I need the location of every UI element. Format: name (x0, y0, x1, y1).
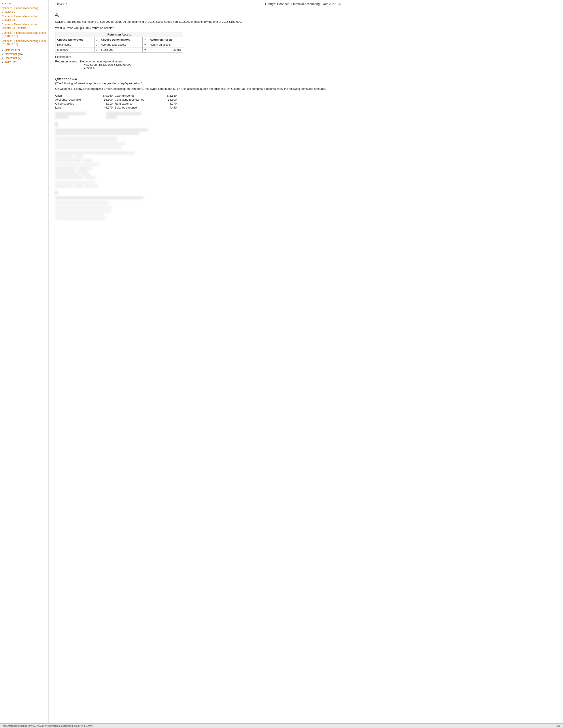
col2-header: Choose Denominator: (99, 37, 142, 42)
fin-label2-2: Rent expense (115, 102, 159, 105)
sidebar-month-december[interactable]: ► December (7) (2, 56, 46, 60)
exp-text-3: = 22.8% (84, 66, 94, 70)
explanation-label: Explanation: (55, 55, 556, 58)
sidebar-link-ch11[interactable]: Connect - Financial Accounting Chapter 1… (2, 7, 46, 13)
fin-value-2: 3,710 (97, 102, 113, 105)
question-4-number: 4. (55, 12, 556, 18)
questions-58-desc: On October 1, Ebony Ernst organized Erns… (55, 87, 556, 91)
october-link[interactable]: October (5, 49, 14, 52)
div-mid: / (94, 42, 99, 47)
fin-label2-1: Consulting fees earned (115, 98, 159, 101)
col3-sub: Return on assets (148, 42, 183, 47)
col3-value: 22.8% (148, 47, 183, 52)
questions-58-subtext: [The following information applies to th… (55, 82, 556, 85)
fin-value2-2: 4,070 (161, 102, 177, 105)
november-link[interactable]: November (5, 53, 17, 56)
sidebar: 11/6/2017 Connect - Financial Accounting… (0, 0, 49, 728)
fin-label2-3: Salaries expense (115, 106, 159, 109)
fin-value2-3: 7,450 (161, 106, 177, 109)
blurred-section-q5: 5 (55, 112, 556, 220)
december-count: (7) (18, 56, 21, 60)
question-4-text: Swiss Group reports net income of $36,00… (55, 20, 556, 24)
footer-bar: http://orangekblogspot.com/2017/09/conne… (0, 723, 563, 728)
sidebar-link-ch13[interactable]: Connect - Financial Accounting Chapter 1… (2, 15, 46, 22)
explanation-row-3: = 22.8% (84, 66, 556, 70)
divider-top (55, 9, 556, 9)
chevron-right-icon: ► (2, 53, 4, 55)
year-2017-count: (17) (12, 61, 16, 64)
sidebar-months: ► October (17) ► November (46) ► Decembe… (2, 49, 46, 60)
explanation-row-2: = $36,000 / [($133,000 + $183,000)/2] (84, 63, 556, 66)
eq-val: = (142, 47, 148, 52)
page-date: 11/6/2017 (55, 2, 67, 6)
footer-page-num: 331 (556, 724, 560, 727)
fin-label-1: Accounts receivable (55, 98, 95, 101)
sidebar-month-october[interactable]: ► October (17) (2, 49, 46, 52)
questions-58-header: Questions 5-8 (55, 77, 556, 81)
page-title: Orange: Connect - Financial Accounting E… (67, 2, 539, 6)
eq-mid: = (142, 42, 148, 47)
sidebar-link-ch13cont[interactable]: Connect - Financial Accounting Chapter 1… (2, 23, 46, 30)
fin-label-0: Cash (55, 94, 95, 97)
explanation-section: Explanation: Return on assets = Net inco… (55, 55, 556, 70)
sidebar-month-november[interactable]: ► November (46) (2, 53, 46, 56)
sidebar-link-exam101113[interactable]: Connect - Financial Accounting Exam (Ch … (2, 31, 46, 38)
div-header: / (94, 37, 99, 42)
footer-url[interactable]: http://orangekblogspot.com/2017/09/conne… (3, 724, 92, 727)
fin-value2-0: $ 2,530 (161, 94, 177, 97)
question-6-num: 6 (55, 191, 556, 195)
col1-sub: Net income (55, 42, 95, 47)
sidebar-date: 11/6/2017 (2, 2, 46, 5)
main-content: 11/6/2017 Orange: Connect - Financial Ac… (49, 0, 563, 728)
october-count: (17) (15, 49, 20, 52)
chevron-right-icon: ► (2, 61, 4, 64)
roa-table-title: Return on Assets (55, 32, 183, 37)
divider-mid (55, 73, 556, 73)
financial-data-grid: Cash $ 9,750 Cash dividends $ 2,530 Acco… (55, 94, 179, 109)
eq-header: = (142, 37, 148, 42)
fin-value-0: $ 9,750 (97, 94, 113, 97)
november-count: (46) (18, 53, 23, 56)
roa-table: Return on Assets Choose Numerator: / Cho… (55, 32, 183, 53)
fin-label-2: Office supplies (55, 102, 95, 105)
fin-label2-0: Cash dividends (115, 94, 159, 97)
chevron-right-icon: ► (2, 49, 4, 51)
fin-value-1: 15,600 (97, 98, 113, 101)
question-5-num: 5 (55, 122, 556, 127)
col1-header: Choose Numerator: (55, 37, 95, 42)
sidebar-year-2017[interactable]: ► 2017 (17) (2, 61, 46, 64)
chevron-right-icon: ► (2, 57, 4, 59)
col2-sub: Average total assets (99, 42, 142, 47)
year-2017-link[interactable]: 2017 (5, 61, 11, 64)
sidebar-link-exam101113b[interactable]: Connect - Financial Accounting Exam (Ch … (2, 39, 46, 46)
page-header-wrap: 11/6/2017 Orange: Connect - Financial Ac… (55, 2, 556, 6)
explanation-row-1: Return on assets = Net income / Average … (55, 60, 556, 63)
col2-value: $ 158,000 (99, 47, 142, 52)
december-link[interactable]: December (5, 56, 17, 60)
exp-text-1: Return on assets = Net income / Average … (55, 60, 123, 63)
fin-value-3: 45,970 (97, 106, 113, 109)
col1-value: $ 36,000 (55, 47, 95, 52)
fin-value2-1: 15,600 (161, 98, 177, 101)
exp-text-2: = $36,000 / [($133,000 + $183,000)/2] (84, 63, 132, 66)
div-val: / (94, 47, 99, 52)
fin-label-3: Land (55, 106, 95, 109)
col3-header: Return on Assets (148, 37, 183, 42)
question-4-prompt: What is Swiss Group's 2015 return on ass… (55, 26, 556, 30)
